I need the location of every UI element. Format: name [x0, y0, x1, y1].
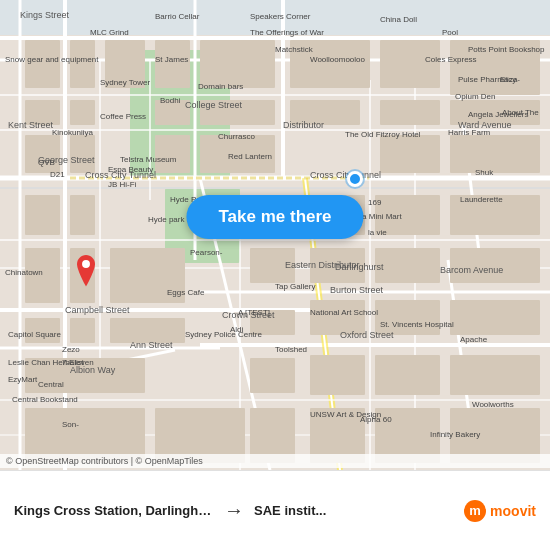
- route-info: Kings Cross Station, Darlinghurst Rd, ..…: [14, 499, 454, 522]
- svg-rect-66: [375, 248, 440, 283]
- svg-rect-79: [450, 355, 540, 395]
- bottom-bar: Kings Cross Station, Darlinghurst Rd, ..…: [0, 470, 550, 550]
- moovit-logo: m moovit: [464, 500, 536, 522]
- moovit-logo-letter: m: [464, 500, 486, 522]
- svg-rect-59: [375, 195, 440, 235]
- svg-rect-48: [450, 100, 540, 125]
- svg-rect-50: [70, 135, 95, 173]
- svg-rect-38: [200, 40, 275, 88]
- svg-rect-71: [250, 310, 295, 335]
- svg-rect-76: [250, 358, 295, 393]
- svg-rect-46: [290, 100, 360, 125]
- svg-rect-34: [25, 40, 60, 88]
- route-arrow-icon: →: [224, 499, 244, 522]
- svg-rect-60: [450, 195, 540, 235]
- svg-rect-52: [200, 135, 275, 173]
- svg-rect-51: [155, 135, 190, 173]
- route-from-name: Kings Cross Station, Darlinghurst Rd, ..…: [14, 503, 214, 518]
- svg-rect-72: [310, 300, 365, 335]
- svg-rect-64: [250, 248, 295, 283]
- svg-rect-53: [380, 135, 440, 173]
- svg-rect-37: [155, 40, 190, 88]
- svg-rect-39: [290, 40, 370, 88]
- svg-rect-35: [70, 40, 95, 88]
- svg-rect-55: [25, 195, 60, 235]
- svg-rect-43: [70, 100, 95, 125]
- svg-rect-45: [200, 100, 275, 125]
- svg-rect-49: [25, 135, 60, 173]
- svg-rect-56: [70, 195, 95, 235]
- svg-rect-69: [70, 318, 95, 343]
- destination-pin: [72, 255, 100, 295]
- svg-rect-77: [310, 355, 365, 395]
- svg-rect-67: [450, 248, 540, 283]
- map-attribution: © OpenStreetMap contributors | © OpenMap…: [0, 454, 550, 468]
- svg-rect-40: [380, 40, 440, 88]
- svg-rect-36: [105, 40, 145, 88]
- svg-rect-74: [450, 300, 540, 335]
- map-container: Kings StreetGeorge StreetKent StreetCros…: [0, 0, 550, 470]
- svg-point-86: [82, 260, 90, 268]
- svg-rect-75: [25, 358, 145, 393]
- svg-rect-73: [375, 300, 440, 335]
- svg-rect-42: [25, 100, 60, 125]
- route-to: SAE instit...: [254, 503, 454, 518]
- svg-rect-44: [155, 100, 190, 125]
- svg-rect-70: [110, 318, 185, 343]
- route-from: Kings Cross Station, Darlinghurst Rd, ..…: [14, 503, 214, 518]
- moovit-logo-text: moovit: [490, 503, 536, 519]
- svg-rect-65: [310, 248, 365, 283]
- current-location-dot: [347, 171, 363, 187]
- svg-rect-41: [450, 40, 540, 95]
- route-to-name: SAE instit...: [254, 503, 454, 518]
- svg-rect-54: [450, 135, 540, 173]
- svg-rect-63: [110, 248, 185, 303]
- svg-rect-47: [380, 100, 440, 125]
- svg-rect-3: [0, 0, 550, 35]
- take-me-there-button[interactable]: Take me there: [186, 195, 363, 239]
- svg-rect-68: [25, 318, 60, 343]
- svg-rect-61: [25, 248, 60, 303]
- svg-rect-78: [375, 355, 440, 395]
